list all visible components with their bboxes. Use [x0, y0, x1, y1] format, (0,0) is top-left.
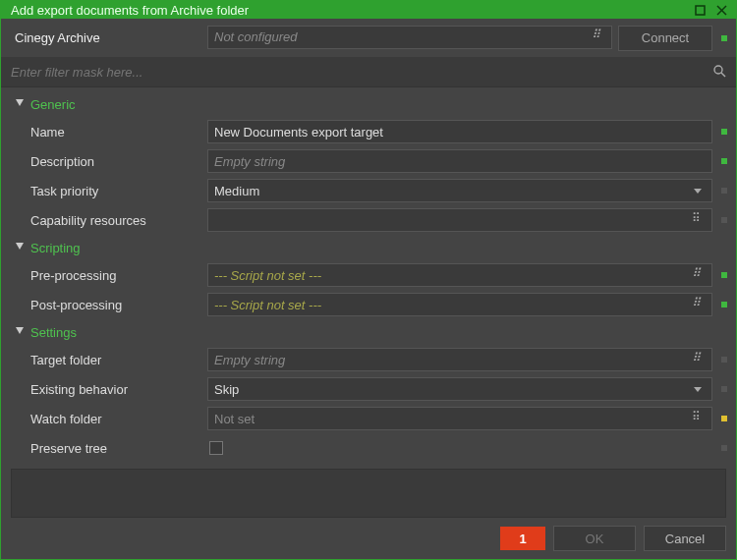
archive-connection-row: Cinegy Archive Not configured Connect	[1, 19, 736, 58]
watch-folder-input[interactable]: Not set	[207, 407, 712, 430]
row-description: Description Empty string	[1, 146, 736, 176]
row-target-folder: Target folder Empty string	[1, 345, 736, 374]
description-panel	[11, 469, 726, 518]
status-indicator	[721, 272, 727, 278]
capability-resources-input[interactable]	[207, 208, 712, 232]
browse-icon	[692, 412, 704, 423]
group-title-generic: Generic	[30, 97, 76, 112]
archive-browse-button[interactable]	[590, 29, 605, 44]
svg-marker-6	[694, 189, 702, 194]
label-description: Description	[11, 154, 207, 169]
archive-path-value: Not configured	[214, 29, 590, 44]
close-icon	[716, 5, 727, 16]
description-placeholder: Empty string	[214, 154, 285, 169]
description-input[interactable]: Empty string	[207, 149, 712, 173]
dialog-footer: 1 OK Cancel	[1, 518, 736, 559]
property-grid: Generic Name Description Empty string Ta…	[1, 87, 736, 518]
dialog-window: Add export documents from Archive folder…	[0, 0, 737, 560]
task-priority-select[interactable]: Medium	[207, 179, 712, 202]
label-target-folder: Target folder	[11, 353, 207, 367]
group-header-scripting[interactable]: Scripting	[1, 235, 736, 260]
svg-rect-0	[696, 6, 705, 15]
close-button[interactable]	[712, 1, 730, 19]
label-existing-behavior: Existing behavior	[11, 382, 207, 397]
row-existing-behavior: Existing behavior Skip	[1, 374, 736, 404]
error-count-badge[interactable]: 1	[500, 527, 545, 550]
status-indicator	[721, 188, 727, 194]
pre-processing-input[interactable]: --- Script not set ---	[207, 263, 712, 287]
svg-line-4	[721, 73, 725, 77]
filter-input[interactable]	[11, 65, 710, 80]
row-post-processing: Post-processing --- Script not set ---	[1, 290, 736, 319]
svg-point-3	[714, 66, 722, 74]
group-title-settings: Settings	[30, 325, 77, 340]
status-indicator	[721, 217, 727, 223]
label-post-processing: Post-processing	[11, 298, 207, 312]
filter-bar	[1, 58, 736, 87]
search-icon	[712, 64, 726, 78]
pre-processing-browse-button[interactable]	[690, 268, 706, 283]
status-indicator	[721, 416, 727, 421]
window-title: Add export documents from Archive folder	[11, 3, 687, 18]
collapse-icon	[15, 326, 27, 338]
dropdown-button[interactable]	[690, 382, 706, 397]
status-indicator	[721, 445, 727, 451]
cancel-button[interactable]: Cancel	[644, 526, 726, 551]
post-processing-input[interactable]: --- Script not set ---	[207, 293, 712, 316]
ok-button[interactable]: OK	[553, 526, 636, 551]
dialog-content: Cinegy Archive Not configured Connect Ge…	[1, 19, 736, 559]
status-indicator	[721, 129, 727, 135]
maximize-icon	[695, 5, 706, 16]
status-indicator	[721, 158, 727, 164]
capability-browse-button[interactable]	[690, 213, 706, 228]
label-preserve-tree: Preserve tree	[11, 441, 207, 456]
svg-marker-8	[16, 327, 24, 334]
browse-icon	[692, 353, 704, 364]
chevron-down-icon	[693, 384, 703, 394]
row-watch-folder: Watch folder Not set	[1, 404, 736, 433]
collapse-icon	[15, 98, 27, 110]
label-name: Name	[11, 125, 207, 140]
status-indicator	[721, 386, 727, 392]
row-pre-processing: Pre-processing --- Script not set ---	[1, 260, 736, 290]
group-header-settings[interactable]: Settings	[1, 319, 736, 345]
status-indicator	[721, 35, 727, 41]
titlebar: Add export documents from Archive folder	[1, 1, 736, 19]
browse-icon	[692, 268, 704, 280]
target-folder-browse-button[interactable]	[690, 353, 706, 367]
chevron-down-icon	[693, 186, 703, 196]
svg-marker-7	[16, 243, 24, 250]
existing-behavior-value: Skip	[214, 382, 690, 397]
target-folder-placeholder: Empty string	[214, 353, 690, 367]
status-indicator	[721, 357, 727, 363]
archive-label: Cinegy Archive	[11, 30, 207, 45]
svg-marker-5	[16, 99, 24, 106]
group-header-generic[interactable]: Generic	[1, 91, 736, 117]
watch-folder-browse-button[interactable]	[690, 412, 706, 426]
row-preserve-tree: Preserve tree	[1, 433, 736, 463]
search-button[interactable]	[710, 64, 728, 81]
browse-icon	[692, 213, 704, 225]
collapse-icon	[15, 242, 27, 253]
label-task-priority: Task priority	[11, 184, 207, 198]
watch-folder-placeholder: Not set	[214, 412, 690, 426]
preserve-tree-checkbox[interactable]	[209, 441, 223, 455]
maximize-button[interactable]	[691, 1, 709, 19]
post-processing-browse-button[interactable]	[690, 298, 706, 312]
existing-behavior-select[interactable]: Skip	[207, 377, 712, 401]
name-input-text[interactable]	[214, 125, 706, 140]
connect-button[interactable]: Connect	[618, 26, 712, 51]
dropdown-button[interactable]	[690, 184, 706, 198]
archive-path-input[interactable]: Not configured	[207, 26, 612, 49]
label-capability-resources: Capability resources	[11, 213, 207, 228]
target-folder-input[interactable]: Empty string	[207, 348, 712, 371]
row-capability-resources: Capability resources	[1, 205, 736, 235]
post-processing-placeholder: --- Script not set ---	[214, 298, 690, 312]
task-priority-value: Medium	[214, 184, 690, 198]
row-task-priority: Task priority Medium	[1, 176, 736, 205]
group-title-scripting: Scripting	[30, 241, 81, 255]
row-name: Name	[1, 117, 736, 146]
label-pre-processing: Pre-processing	[11, 268, 207, 283]
name-input[interactable]	[207, 120, 712, 143]
browse-icon	[692, 298, 704, 309]
